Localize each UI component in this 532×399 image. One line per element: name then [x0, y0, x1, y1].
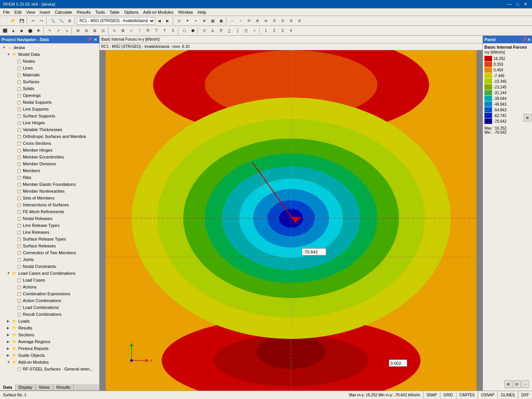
tb2-btn14[interactable]: ≣ — [119, 27, 127, 35]
dxf-btn[interactable]: DXF — [518, 391, 532, 399]
tree-model-data[interactable]: ▼ 📁 Model Data — [1, 51, 98, 58]
tree-cross-sec[interactable]: 📋Cross-Sections — [1, 140, 98, 147]
tb2-btn4[interactable]: ⬤ — [26, 27, 34, 35]
tree-solids[interactable]: 📋Solids — [1, 85, 98, 92]
tb-btn4[interactable]: ⊕ — [200, 17, 208, 25]
tb2-btn17[interactable]: R — [144, 27, 152, 35]
tb2-btn11[interactable]: ⊠ — [91, 27, 99, 35]
maximize-btn[interactable]: □ — [515, 2, 521, 7]
tree-var-thick[interactable]: 📋Variable Thicknesses — [1, 126, 98, 133]
tree-container[interactable]: ▼ 🗂 deska ▼ 📁 Model Data 📋Nodes 📋Lines 📋… — [0, 43, 99, 384]
viewport-canvas[interactable]: -70.642 3.002 x — [100, 50, 483, 391]
tree-result-comb[interactable]: 📋Result Combinations — [1, 311, 98, 318]
tree-surfaces[interactable]: 📋Surfaces — [1, 78, 98, 85]
tree-addon[interactable]: ▼ 📁 Add-on Modules — [1, 359, 98, 366]
tree-load-cases-group[interactable]: ▼ 📁 Load Cases and Combinations — [1, 270, 98, 277]
menu-table[interactable]: Table — [107, 9, 122, 15]
tree-avg-regions[interactable]: ▶ 📁 Average Regions — [1, 338, 98, 345]
tree-load-cases[interactable]: 📋Load Cases — [1, 277, 98, 283]
tb2-btn26[interactable]: ∑ — [225, 27, 233, 35]
right-icon-1[interactable]: ⊞ — [524, 114, 531, 122]
undo-btn[interactable]: ↩ — [29, 17, 37, 25]
grid-btn[interactable]: GRID — [440, 391, 456, 399]
tree-fe-mesh[interactable]: 📋FE Mesh Refinements — [1, 208, 98, 215]
tree-nodes[interactable]: 📋Nodes — [1, 58, 98, 65]
menu-results[interactable]: Results — [75, 9, 93, 15]
tb-btn3[interactable]: ⌖ — [192, 17, 200, 25]
tree-sets-members[interactable]: 📋Sets of Members — [1, 195, 98, 201]
tb2-btn27[interactable]: ∫ — [233, 27, 242, 35]
tree-openings[interactable]: 📋Openings — [1, 92, 98, 99]
menu-options[interactable]: Options — [122, 9, 141, 15]
tree-member-hinges[interactable]: 📋Member Hinges — [1, 147, 98, 154]
tree-guide-obj[interactable]: ▶ 📁 Guide Objects — [1, 352, 98, 359]
tb2-btn16[interactable]: ⊺ — [135, 27, 144, 35]
tb-btn9[interactable]: ⟳ — [245, 17, 253, 25]
minimize-btn[interactable]: — — [506, 2, 513, 7]
tb2-btn21[interactable]: ⬡ — [180, 27, 189, 35]
redo-btn[interactable]: ↪ — [37, 17, 46, 25]
tb2-btn18[interactable]: T — [152, 27, 160, 35]
tb2-btn15[interactable]: ⊹ — [127, 27, 135, 35]
tb2-btn12[interactable]: ⊡ — [99, 27, 107, 35]
tb2-btn7[interactable]: ↗ — [54, 27, 62, 35]
tree-surface-supports[interactable]: 📋Surface Supports — [1, 112, 98, 119]
zoom-out-btn[interactable]: 🔍 — [57, 17, 65, 25]
load-case-combo[interactable]: RC1 - MSÚ (STR/GEO) - trvalá/dočasná — [77, 17, 155, 25]
glines-btn[interactable]: GLINES — [497, 391, 518, 399]
snap-btn[interactable]: SNAP — [423, 391, 440, 399]
tree-comb-expr[interactable]: 📋Combination Expressions — [1, 290, 98, 297]
tb2-btn5[interactable]: ✚ — [34, 27, 43, 35]
tree-conn-two[interactable]: 📋Connection of Two Members — [1, 249, 98, 256]
tb-btn6[interactable]: ▣ — [217, 17, 225, 25]
panel-pin-btn[interactable]: 📌 — [86, 38, 92, 42]
osnap-btn[interactable]: OSNAP — [478, 391, 497, 399]
tb-btn7[interactable]: ↔ — [228, 17, 237, 25]
right-panel-pin[interactable]: 📌 — [522, 38, 527, 42]
tab-data[interactable]: Data — [0, 384, 16, 390]
tb2-btn8[interactable]: ↘ — [62, 27, 71, 35]
tb2-btn28[interactable]: ∏ — [242, 27, 250, 35]
tb2-btn29[interactable]: √ — [250, 27, 259, 35]
tb2-btn9[interactable]: ⊞ — [74, 27, 82, 35]
menu-tools[interactable]: Tools — [93, 9, 107, 15]
tree-action-comb[interactable]: 📋Action Combinations — [1, 297, 98, 304]
tb-btn13[interactable]: ② — [278, 17, 287, 25]
tb2-btn20[interactable]: X — [169, 27, 177, 35]
tree-line-supports[interactable]: 📋Line Supports — [1, 106, 98, 112]
tree-ortho[interactable]: 📋Orthotropic Surfaces and Membra — [1, 133, 98, 140]
bottom-icon-2[interactable]: ⊟ — [513, 380, 521, 388]
tree-nodal-rel[interactable]: 📋Nodal Releases — [1, 215, 98, 222]
canvas-svg[interactable]: -70.642 3.002 x — [100, 50, 483, 391]
zoom-all-btn[interactable]: ⊞ — [65, 17, 74, 25]
menu-window[interactable]: Window — [176, 9, 195, 15]
tree-joints[interactable]: 📋Joints — [1, 256, 98, 263]
tree-member-ecc[interactable]: 📋Member Eccentricities — [1, 154, 98, 160]
tree-member-div[interactable]: 📋Member Divisions — [1, 160, 98, 167]
tb2-btn23[interactable]: ∅ — [200, 27, 208, 35]
tree-results[interactable]: ▶ 📁 Results — [1, 325, 98, 331]
prev-btn[interactable]: ◀ — [155, 17, 164, 25]
tb2-btn6[interactable]: ↖ — [46, 27, 54, 35]
tree-surf-rel-types[interactable]: 📋Surface Release Types — [1, 236, 98, 242]
tree-line-hinges[interactable]: 📋Line Hinges — [1, 119, 98, 126]
tb-btn12[interactable]: ① — [270, 17, 278, 25]
tree-rf-steel[interactable]: 📋RF-STEEL Surfaces - General stren... — [1, 366, 98, 372]
save-btn[interactable]: 💾 — [17, 17, 26, 25]
tree-members[interactable]: 📋Members — [1, 167, 98, 174]
panel-close-btn[interactable]: ✕ — [93, 38, 98, 42]
tree-root[interactable]: ▼ 🗂 deska — [1, 44, 98, 51]
tb2-btn30[interactable]: 1 — [262, 27, 270, 35]
tree-actions[interactable]: 📋Actions — [1, 283, 98, 290]
cartes-btn[interactable]: CARTES — [456, 391, 478, 399]
zoom-in-btn[interactable]: 🔍 — [49, 17, 57, 25]
tree-intersections[interactable]: 📋Intersections of Surfaces — [1, 201, 98, 208]
menu-file[interactable]: File — [1, 9, 12, 15]
tree-loads[interactable]: ▶ 📁 Loads — [1, 318, 98, 325]
open-btn[interactable]: 📂 — [9, 17, 17, 25]
menu-addon[interactable]: Add-on Modules — [141, 9, 176, 15]
menu-insert[interactable]: Insert — [37, 9, 52, 15]
tree-ribs[interactable]: 📋Ribs — [1, 174, 98, 181]
tree-line-rel-types[interactable]: 📋Line Release Types — [1, 222, 98, 229]
menu-view[interactable]: View — [24, 9, 38, 15]
